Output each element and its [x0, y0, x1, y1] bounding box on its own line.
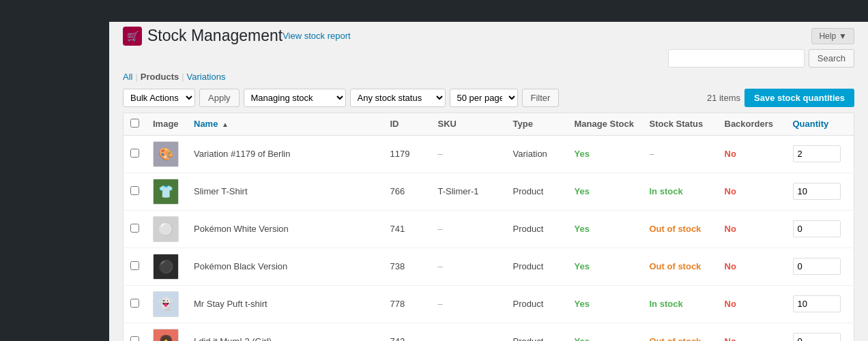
row-checkbox[interactable] [130, 224, 139, 233]
table-row: ⚪ Pokémon White Version 741 – Product Ye… [124, 210, 854, 248]
product-thumb: 👕 [153, 179, 179, 205]
thumb-icon: 🎨 [158, 147, 173, 162]
help-button[interactable]: Help ▼ [811, 28, 854, 44]
table-row: 👕 Slimer T-Shirt 766 T-Slimer-1 Product … [124, 173, 854, 210]
row-sku: – [431, 323, 506, 341]
help-chevron-icon: ▼ [839, 31, 847, 41]
row-checkbox-cell [124, 135, 147, 173]
product-thumb: 👻 [153, 291, 179, 317]
row-checkbox[interactable] [130, 261, 139, 270]
row-checkbox[interactable] [130, 336, 139, 341]
row-image-cell: 👧 [146, 323, 187, 341]
search-button[interactable]: Search [809, 49, 854, 68]
row-stock-status: In stock [643, 285, 718, 323]
th-manage-stock: Manage Stock [568, 113, 643, 135]
row-id: 1179 [384, 135, 431, 173]
app-icon: 🛒 [123, 27, 142, 46]
row-manage-stock: Yes [568, 323, 643, 341]
row-checkbox-cell [124, 285, 147, 323]
row-checkbox-cell [124, 173, 147, 210]
row-backorders: No [718, 285, 786, 323]
product-thumb: ⚫ [153, 254, 179, 280]
subnav-products[interactable]: Products [141, 72, 179, 82]
row-type: Product [506, 173, 568, 210]
row-manage-stock: Yes [568, 248, 643, 285]
row-sku: T-Slimer-1 [431, 173, 506, 210]
page-title: Stock Management [147, 26, 283, 46]
row-image-cell: 👕 [146, 173, 187, 210]
help-label: Help [819, 31, 836, 41]
thumb-icon: 👕 [158, 184, 173, 199]
table-row: 🎨 Variation #1179 of Berlin 1179 – Varia… [124, 135, 854, 173]
quantity-input[interactable] [793, 258, 841, 275]
row-checkbox-cell [124, 323, 147, 341]
search-input[interactable] [668, 49, 805, 68]
table-row: 👻 Mr Stay Puft t-shirt 778 – Product Yes… [124, 285, 854, 323]
select-all-checkbox[interactable] [130, 119, 139, 128]
quantity-input[interactable] [793, 145, 841, 162]
row-quantity-cell [786, 173, 854, 210]
row-manage-stock: Yes [568, 210, 643, 248]
table-row: 👧 I did it Mum! 2 (Girl) 742 – Product Y… [124, 323, 854, 341]
row-name: Mr Stay Puft t-shirt [187, 285, 384, 323]
stock-status-select[interactable]: Any stock status [350, 89, 446, 107]
items-count: 21 items [707, 93, 740, 103]
product-thumb: 👧 [153, 329, 179, 341]
row-manage-stock: Yes [568, 173, 643, 210]
row-name: Slimer T-Shirt [187, 173, 384, 210]
row-quantity-cell [786, 135, 854, 173]
row-checkbox[interactable] [130, 149, 139, 158]
row-id: 766 [384, 173, 431, 210]
row-quantity-cell [786, 248, 854, 285]
row-name: Variation #1179 of Berlin [187, 135, 384, 173]
th-name: Name ▲ [187, 113, 384, 135]
th-name-link[interactable]: Name [194, 119, 218, 129]
quantity-input[interactable] [793, 220, 841, 237]
row-stock-status: – [643, 135, 718, 173]
row-stock-status: Out of stock [643, 323, 718, 341]
per-page-select[interactable]: 50 per page [450, 89, 518, 107]
quantity-input[interactable] [793, 295, 841, 312]
row-backorders: No [718, 210, 786, 248]
quantity-input[interactable] [793, 333, 841, 341]
row-type: Product [506, 323, 568, 341]
row-checkbox[interactable] [130, 186, 139, 195]
row-id: 742 [384, 323, 431, 341]
th-backorders: Backorders [718, 113, 786, 135]
stock-table: Image Name ▲ ID SKU Type Manage Stock St… [123, 113, 854, 341]
view-stock-link[interactable]: View stock report [283, 31, 350, 41]
row-image-cell: ⚫ [146, 248, 187, 285]
row-type: Product [506, 210, 568, 248]
product-thumb: ⚪ [153, 216, 179, 242]
save-stock-button[interactable]: Save stock quantities [744, 89, 854, 107]
th-stock-status: Stock Status [643, 113, 718, 135]
row-name: I did it Mum! 2 (Girl) [187, 323, 384, 341]
filter-button[interactable]: Filter [522, 89, 560, 107]
row-manage-stock: Yes [568, 285, 643, 323]
subnav-variations[interactable]: Variations [187, 72, 226, 82]
row-stock-status: Out of stock [643, 210, 718, 248]
row-image-cell: ⚪ [146, 210, 187, 248]
row-id: 741 [384, 210, 431, 248]
row-checkbox-cell [124, 210, 147, 248]
thumb-icon: 👧 [158, 334, 173, 341]
row-checkbox[interactable] [130, 299, 139, 308]
row-quantity-cell [786, 285, 854, 323]
row-id: 778 [384, 285, 431, 323]
product-thumb: 🎨 [153, 141, 179, 167]
subnav-all[interactable]: All [123, 72, 132, 82]
th-sku: SKU [431, 113, 506, 135]
th-checkbox [124, 113, 147, 135]
row-image-cell: 🎨 [146, 135, 187, 173]
row-type: Variation [506, 135, 568, 173]
row-id: 738 [384, 248, 431, 285]
managing-stock-select[interactable]: Managing stock [244, 89, 346, 107]
sort-arrow-icon: ▲ [222, 121, 229, 128]
apply-button[interactable]: Apply [199, 89, 240, 107]
bulk-actions-select[interactable]: Bulk Actions [123, 89, 195, 107]
row-type: Product [506, 248, 568, 285]
th-type: Type [506, 113, 568, 135]
row-backorders: No [718, 323, 786, 341]
row-name: Pokémon Black Version [187, 248, 384, 285]
quantity-input[interactable] [793, 183, 841, 200]
